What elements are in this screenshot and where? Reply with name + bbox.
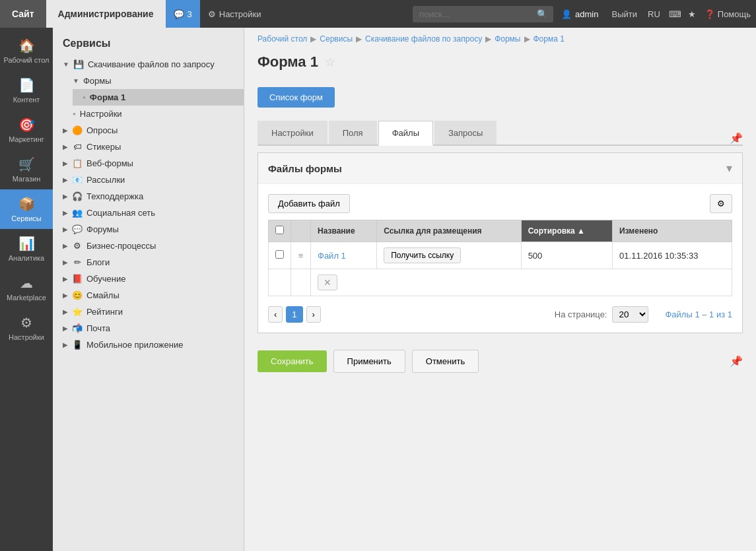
sidebar-item-education[interactable]: ▶ 📕 Обучение (53, 271, 244, 287)
prev-page-button[interactable]: ‹ (268, 306, 283, 323)
messages-button[interactable]: 💬 3 (166, 0, 200, 28)
ratings-icon: ⭐ (72, 307, 83, 317)
cancel-button[interactable]: Отменить (412, 350, 479, 373)
next-page-button[interactable]: › (306, 306, 321, 323)
sidebar-label-download: Скачивание файлов по запросу (88, 59, 215, 69)
delete-file-button[interactable]: ✕ (318, 275, 337, 290)
shop-icon: 🛒 (18, 156, 35, 172)
site-button[interactable]: Сайт (0, 0, 46, 28)
apply-button[interactable]: Применить (333, 350, 405, 373)
breadcrumb-dashboard[interactable]: Рабочий стол (258, 34, 307, 44)
sidebar-item-webforms[interactable]: ▶ 📋 Веб-формы (53, 155, 244, 172)
header-modified[interactable]: Изменено (613, 220, 732, 242)
table-actions-row: ✕ (269, 269, 732, 296)
nav-item-services[interactable]: 📦 Сервисы (0, 189, 53, 229)
sidebar-label-education: Обучение (86, 274, 125, 284)
nav-item-marketplace[interactable]: ☁ Marketplace (0, 269, 53, 308)
tab-settings[interactable]: Настройки (258, 121, 327, 145)
sidebar-item-stickers[interactable]: ▶ 🏷 Стикеры (53, 139, 244, 155)
sidebar-item-support[interactable]: ▶ 🎧 Техподдержка (53, 188, 244, 205)
mail-icon: 📬 (72, 323, 83, 333)
nav-item-analytics[interactable]: 📊 Аналитика (0, 229, 53, 269)
row-actions-cell: ✕ (311, 269, 732, 296)
save-button[interactable]: Сохранить (258, 350, 327, 372)
nav-item-shop[interactable]: 🛒 Магазин (0, 150, 53, 189)
keyboard-icon[interactable]: ⌨ (666, 9, 685, 19)
breadcrumb-services[interactable]: Сервисы (320, 34, 353, 44)
messages-icon: 💬 (174, 9, 184, 19)
sidebar: Сервисы ▼ 💾 Скачивание файлов по запросу… (53, 28, 244, 551)
stickers-arrow-icon: ▶ (63, 143, 68, 150)
sidebar-item-mailings[interactable]: ▶ 📧 Рассылки (53, 172, 244, 188)
bookmark-icon[interactable]: ★ (685, 9, 699, 19)
breadcrumb-sep2: ▶ (356, 34, 362, 44)
forums-arrow-icon: ▶ (63, 226, 68, 233)
marketplace-icon: ☁ (20, 275, 33, 291)
nav-item-marketing[interactable]: 🎯 Маркетинг (0, 110, 53, 150)
biz-arrow-icon: ▶ (63, 242, 68, 249)
tab-files[interactable]: Файлы (378, 121, 433, 146)
drag-handle-icon[interactable]: ≡ (298, 251, 304, 261)
search-input[interactable] (413, 6, 532, 22)
per-page-select[interactable]: 20 50 100 (612, 306, 648, 323)
breadcrumb-forms[interactable]: Формы (495, 34, 520, 44)
tab-requests[interactable]: Запросы (434, 121, 497, 145)
table-header-row: Название Ссылка для размещения Сортировк… (269, 220, 732, 242)
panel-body: Добавить файл ⚙ Название Ссылка для разм… (258, 184, 742, 333)
settings-button[interactable]: ⚙ Настройки (200, 0, 269, 28)
smileys-icon: 😊 (72, 290, 83, 300)
nav-label-shop: Магазин (13, 175, 40, 183)
home-icon: 🏠 (18, 38, 35, 53)
current-page-button[interactable]: 1 (286, 306, 302, 323)
table-settings-button[interactable]: ⚙ (710, 194, 732, 213)
nav-item-content[interactable]: 📄 Контент (0, 71, 53, 110)
blogs-icon: ✏ (72, 257, 83, 267)
file-name-cell[interactable]: Файл 1 (311, 242, 377, 269)
sidebar-label-forums: Форумы (86, 224, 119, 234)
nav-item-settings[interactable]: ⚙ Настройки (0, 308, 53, 348)
education-arrow-icon: ▶ (63, 275, 68, 282)
breadcrumb-download[interactable]: Скачивание файлов по запросу (365, 34, 482, 44)
sidebar-label-support: Техподдержка (86, 191, 143, 201)
language-button[interactable]: RU (642, 9, 666, 19)
sidebar-item-polls[interactable]: ▶ 🟠 Опросы (53, 122, 244, 139)
add-file-button[interactable]: Добавить файл (268, 194, 350, 213)
sidebar-label-smileys: Смайлы (86, 290, 120, 300)
ratings-arrow-icon: ▶ (63, 308, 68, 315)
header-name[interactable]: Название (311, 220, 377, 242)
help-label: Помощь (718, 9, 751, 19)
header-link[interactable]: Ссылка для размещения (377, 220, 522, 242)
sidebar-item-ratings[interactable]: ▶ ⭐ Рейтинги (53, 304, 244, 320)
bottom-pin-icon[interactable]: 📌 (730, 355, 743, 368)
row-checkbox[interactable] (275, 250, 284, 259)
search-button[interactable]: 🔍 (532, 6, 553, 22)
mobile-arrow-icon: ▶ (63, 341, 68, 348)
sidebar-item-blogs[interactable]: ▶ ✏ Блоги (53, 254, 244, 271)
help-button[interactable]: ❓ Помощь (699, 9, 756, 19)
sidebar-item-mobile[interactable]: ▶ 📱 Мобильное приложение (53, 337, 244, 353)
settings-icon: ⚙ (20, 315, 32, 331)
per-page-area: На странице: 20 50 100 (555, 306, 649, 323)
favorite-star-icon[interactable]: ☆ (325, 55, 335, 69)
nav-item-dashboard[interactable]: 🏠 Рабочий стол (0, 31, 53, 71)
breadcrumb-form1[interactable]: Форма 1 (533, 34, 565, 44)
sidebar-item-download[interactable]: ▼ 💾 Скачивание файлов по запросу (53, 56, 244, 73)
sidebar-item-social[interactable]: ▶ 👥 Социальная сеть (53, 205, 244, 221)
logout-button[interactable]: Выйти (607, 9, 643, 19)
sidebar-item-mail[interactable]: ▶ 📬 Почта (53, 320, 244, 337)
sidebar-item-settings-item[interactable]: ● Настройки (63, 106, 244, 122)
collapse-icon[interactable]: ▾ (726, 161, 732, 176)
sidebar-tree: ▼ 💾 Скачивание файлов по запросу ▼ Формы… (53, 56, 244, 360)
sidebar-item-forms[interactable]: ▼ Формы (63, 73, 244, 89)
sidebar-item-smileys[interactable]: ▶ 😊 Смайлы (53, 287, 244, 304)
select-all-checkbox[interactable] (275, 226, 284, 234)
sidebar-item-form1[interactable]: ● Форма 1 (73, 89, 244, 106)
tab-fields[interactable]: Поля (329, 121, 377, 145)
list-forms-button[interactable]: Список форм (258, 87, 335, 108)
header-sort[interactable]: Сортировка ▲ (521, 220, 612, 242)
sidebar-item-biz[interactable]: ▶ ⚙ Бизнес-процессы (53, 238, 244, 254)
pin-icon[interactable]: 📌 (730, 127, 743, 145)
sidebar-item-forums[interactable]: ▶ 💬 Форумы (53, 221, 244, 238)
table-toolbar: Добавить файл ⚙ (268, 194, 732, 213)
get-link-button[interactable]: Получить ссылку (384, 247, 461, 263)
